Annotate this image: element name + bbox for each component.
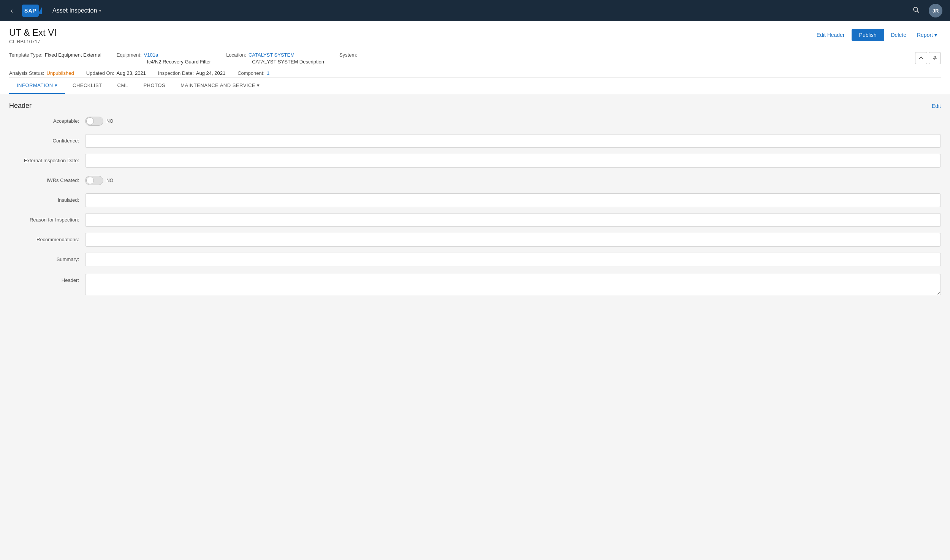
template-type-field: Template Type: Fixed Equipment External (9, 52, 101, 58)
header-row: Header: (9, 272, 941, 295)
confidence-label: Confidence: (9, 138, 85, 144)
reason-label: Reason for Inspection: (9, 217, 85, 223)
updated-on-label: Updated On: (86, 70, 114, 76)
page-actions: Edit Header Publish Delete Report ▾ (813, 27, 941, 41)
tab-photos[interactable]: PHOTOS (136, 78, 173, 94)
analysis-status-label: Analysis Status: (9, 70, 44, 76)
information-dropdown-icon: ▾ (55, 82, 58, 88)
recommendations-label: Recommendations: (9, 236, 85, 243)
system-label: System: (339, 52, 357, 58)
location-desc: CATALYST SYSTEM Description (252, 59, 324, 65)
acceptable-label: Acceptable: (9, 118, 85, 125)
sap-logo-text: SAP (24, 8, 36, 14)
section-edit-button[interactable]: Edit (932, 103, 941, 109)
iwrs-toggle[interactable] (85, 176, 103, 185)
tab-cml[interactable]: CML (110, 78, 136, 94)
external-inspection-date-input[interactable] (85, 154, 941, 168)
back-button[interactable]: ‹ (8, 5, 16, 16)
sap-logo-box: SAP (22, 5, 39, 17)
recommendations-row: Recommendations: (9, 233, 941, 247)
page-header-top: UT & Ext VI CL.RBI.10717 Edit Header Pub… (9, 27, 941, 47)
app-title-dropdown-icon[interactable]: ▾ (99, 9, 101, 13)
acceptable-toggle-wrap: NO (85, 117, 113, 126)
tabs-bar: INFORMATION ▾ CHECKLIST CML PHOTOS MAINT… (9, 78, 941, 94)
equipment-value[interactable]: V101a (144, 52, 158, 58)
updated-on-field: Updated On: Aug 23, 2021 (86, 70, 146, 76)
external-inspection-date-label: External Inspection Date: (9, 157, 85, 164)
equipment-desc: Ic4/N2 Recovery Guard Filter (147, 59, 211, 65)
meta-info-row-2: Analysis Status: Unpublished Updated On:… (9, 70, 941, 76)
location-label: Location: (226, 52, 246, 58)
insulated-row: Insulated: (9, 193, 941, 207)
summary-label: Summary: (9, 256, 85, 263)
publish-button[interactable]: Publish (852, 29, 884, 41)
template-type-value: Fixed Equipment External (45, 52, 101, 58)
page-header: UT & Ext VI CL.RBI.10717 Edit Header Pub… (0, 21, 950, 94)
summary-row: Summary: (9, 253, 941, 266)
recommendations-input[interactable] (85, 233, 941, 247)
pin-icon (932, 55, 937, 61)
maintenance-dropdown-icon: ▾ (257, 82, 260, 88)
inspection-date-label: Inspection Date: (158, 70, 194, 76)
reason-row: Reason for Inspection: (9, 213, 941, 227)
analysis-status-field: Analysis Status: Unpublished (9, 70, 74, 76)
analysis-status-value: Unpublished (47, 70, 74, 76)
page-title-block: UT & Ext VI CL.RBI.10717 (9, 27, 57, 44)
confidence-input[interactable] (85, 134, 941, 148)
toggle-knob (86, 117, 94, 125)
equipment-field: Equipment: V101a Ic4/N2 Recovery Guard F… (117, 52, 211, 65)
tab-checklist[interactable]: CHECKLIST (65, 78, 109, 94)
meta-info-row: Template Type: Fixed Equipment External … (9, 47, 941, 70)
reason-input[interactable] (85, 213, 941, 227)
header-field-label: Header: (9, 274, 85, 284)
search-icon (913, 6, 920, 13)
chevron-up-icon (918, 55, 924, 61)
page-title: UT & Ext VI (9, 27, 57, 38)
page-subtitle: CL.RBI.10717 (9, 39, 57, 44)
pin-button[interactable] (929, 52, 941, 64)
section-title: Header (9, 102, 32, 110)
header-textarea[interactable] (85, 274, 941, 295)
iwrs-toggle-label: NO (106, 178, 113, 183)
tab-maintenance[interactable]: MAINTENANCE AND SERVICE ▾ (173, 78, 267, 94)
iwrs-created-row: IWRs Created: NO (9, 174, 941, 187)
inspection-date-field: Inspection Date: Aug 24, 2021 (158, 70, 225, 76)
user-avatar[interactable]: JR (929, 4, 942, 17)
location-field: Location: CATALYST SYSTEM CATALYST SYSTE… (226, 52, 324, 65)
location-value[interactable]: CATALYST SYSTEM (249, 52, 294, 58)
tab-information[interactable]: INFORMATION ▾ (9, 78, 65, 94)
component-value[interactable]: 1 (267, 70, 269, 76)
iwrs-created-label: IWRs Created: (9, 177, 85, 184)
section-header: Header Edit (0, 94, 950, 114)
sap-logo: SAP (22, 5, 42, 17)
report-dropdown-icon: ▾ (934, 32, 937, 38)
equipment-label: Equipment: (117, 52, 142, 58)
edit-header-button[interactable]: Edit Header (813, 30, 849, 40)
inspection-date-value: Aug 24, 2021 (196, 70, 225, 76)
summary-input[interactable] (85, 253, 941, 266)
collapse-button[interactable] (915, 52, 927, 64)
search-button[interactable] (910, 5, 923, 17)
acceptable-toggle-label: NO (106, 119, 113, 124)
acceptable-row: Acceptable: NO (9, 114, 941, 128)
template-type-label: Template Type: (9, 52, 43, 58)
app-title: Asset Inspection ▾ (52, 7, 101, 14)
insulated-label: Insulated: (9, 197, 85, 204)
iwrs-toggle-knob (86, 177, 94, 184)
iwrs-toggle-wrap: NO (85, 176, 113, 185)
insulated-input[interactable] (85, 193, 941, 207)
report-button[interactable]: Report ▾ (913, 30, 941, 40)
system-field: System: (339, 52, 359, 58)
svg-line-1 (917, 11, 919, 13)
form-area: Acceptable: NO Confidence: External Insp… (0, 114, 950, 313)
top-navigation: ‹ SAP Asset Inspection ▾ JR (0, 0, 950, 21)
delete-button[interactable]: Delete (887, 30, 910, 40)
acceptable-toggle[interactable] (85, 117, 103, 126)
component-label: Component: (238, 70, 264, 76)
content-area: Header Edit Acceptable: NO Confidence: E… (0, 94, 950, 560)
updated-on-value: Aug 23, 2021 (117, 70, 146, 76)
external-inspection-date-row: External Inspection Date: (9, 154, 941, 168)
confidence-row: Confidence: (9, 134, 941, 148)
component-field: Component: 1 (238, 70, 269, 76)
toolbar-icon-buttons (915, 52, 941, 67)
